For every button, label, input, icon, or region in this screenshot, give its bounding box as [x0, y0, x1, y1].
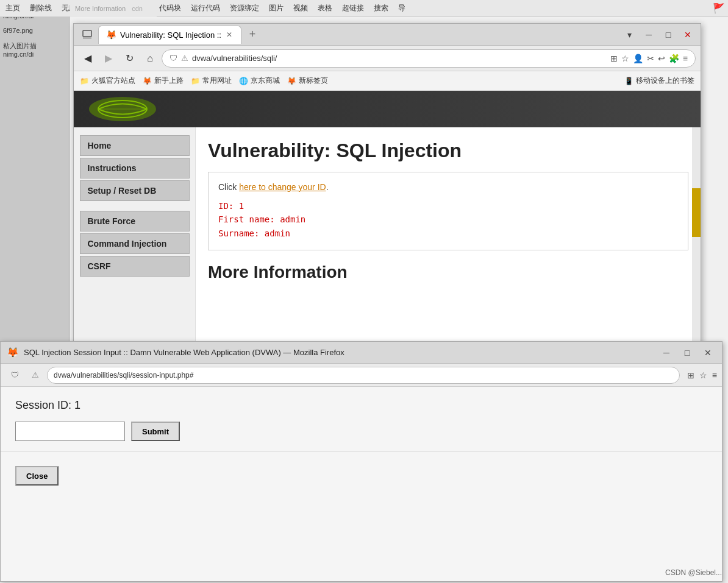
popup-warning: ⚠ [26, 366, 45, 384]
qr-icon[interactable]: ⊞ [610, 54, 618, 63]
maximize-button[interactable]: □ [660, 27, 676, 43]
popup-title-text: SQL Injection Session Input :: Damn Vuln… [24, 348, 654, 357]
session-input[interactable] [15, 422, 125, 441]
sidebar-item-command-injection[interactable]: Command Injection [80, 233, 190, 254]
toolbar-flag-icon: 🚩 [713, 2, 725, 14]
popup-star-icon[interactable]: ☆ [699, 370, 707, 380]
tab-close-button[interactable]: ✕ [225, 29, 234, 40]
svg-rect-1 [83, 37, 91, 39]
sidebar-item-instructions[interactable]: Instructions [80, 158, 190, 178]
submit-button[interactable]: Submit [131, 422, 180, 441]
active-tab[interactable]: 🦊 Vulnerability: SQL Injection :: ✕ [98, 26, 241, 44]
home-button[interactable]: ⌂ [141, 49, 159, 68]
dropdown-arrow[interactable]: ▾ [621, 27, 637, 43]
menu-icon[interactable]: ≡ [683, 54, 688, 63]
result-data: ID: 1 First name: admin Surname: admin [218, 199, 678, 240]
bookmark-new-tab[interactable]: 🦊 新标签页 [287, 76, 328, 86]
svg-rect-0 [83, 30, 91, 37]
firefox-icon-2: 🦊 [287, 77, 296, 85]
extension-icon[interactable]: 🧩 [669, 54, 679, 63]
bookmark-official-site[interactable]: 📁 火狐官方站点 [80, 76, 135, 86]
toolbar-hyperlink[interactable]: 超链接 [340, 2, 366, 15]
popup-close-footer: Close [15, 461, 707, 486]
popup-qr-icon[interactable]: ⊞ [687, 370, 694, 380]
warning-icon: ⚠ [181, 54, 188, 63]
security-icon: 🛡 [170, 54, 177, 63]
popup-title-bar: 🦊 SQL Injection Session Input :: Damn Vu… [1, 342, 722, 364]
toolbar-guide[interactable]: 导 [396, 2, 408, 15]
surname-line: Surname: admin [218, 227, 678, 240]
sidebar-item-home[interactable]: Home [80, 135, 190, 156]
sidebar-item-csrf[interactable]: CSRF [80, 256, 190, 277]
toolbar-image[interactable]: 图片 [266, 2, 286, 15]
id-line: ID: 1 [218, 199, 678, 213]
tab-label: Vulnerability: SQL Injection :: [120, 30, 221, 40]
bookmark-label: 新标签页 [299, 76, 328, 86]
toolbar-zhuye[interactable]: 主页 [3, 2, 23, 15]
star-icon[interactable]: ☆ [621, 54, 629, 63]
close-footer-button[interactable]: Close [15, 466, 59, 486]
popup-security-shield: 🛡 [5, 366, 24, 384]
popup-maximize-button[interactable]: □ [679, 345, 695, 361]
tab-bar-page-icon[interactable] [79, 26, 96, 43]
new-tab-button[interactable]: + [244, 26, 261, 43]
popup-minimize-button[interactable]: ─ [658, 345, 674, 361]
bookmark-newbie-road[interactable]: 🦊 新手上路 [143, 76, 184, 86]
reload-button[interactable]: ↻ [120, 49, 138, 68]
popup-menu-icon[interactable]: ≡ [712, 370, 717, 380]
popup-nav-bar: 🛡 ⚠ dvwa/vulnerabilities/sqli/session-in… [1, 364, 722, 387]
dvwa-logo [86, 97, 159, 121]
bookmark-label: 火狐官方站点 [91, 76, 135, 86]
popup-content: Session ID: 1 Submit Close [1, 387, 722, 581]
profile-icon[interactable]: 👤 [633, 54, 643, 63]
dvwa-sidebar: Home Instructions Setup / Reset DB Brute… [74, 127, 196, 345]
toolbar-resource-bind[interactable]: 资源绑定 [227, 2, 262, 15]
scrollbar-thumb[interactable] [692, 188, 701, 237]
undo-icon[interactable]: ↩ [658, 54, 665, 63]
popup-close-window-button[interactable]: ✕ [700, 345, 716, 361]
scrollbar-track[interactable] [692, 127, 701, 345]
toolbar-run-code[interactable]: 运行代码 [188, 2, 223, 15]
toolbar-code-block[interactable]: 代码块 [157, 2, 184, 15]
forward-button[interactable]: ▶ [99, 49, 118, 68]
csdn-watermark: CSDN @Siebel... [665, 568, 722, 577]
folder-icon: 📁 [191, 77, 200, 85]
close-button[interactable]: ✕ [680, 27, 696, 43]
dvwa-header [74, 91, 701, 127]
bookmark-label: 京东商城 [251, 76, 280, 86]
popup-nav-icons: ⊞ ☆ ≡ [687, 370, 717, 380]
sidebar-item-setup-reset-db[interactable]: Setup / Reset DB [80, 180, 190, 201]
tab-window-controls: ▾ ─ □ ✕ [621, 27, 696, 43]
address-bar[interactable]: 🛡 ⚠ dvwa/vulnerabilities/sqli/ ⊞ ☆ 👤 ✂ ↩… [162, 49, 696, 68]
left-panel: 粘入图片描nimg.cn/di6f97e.png粘入图片描nimg.cn/di [0, 0, 70, 347]
crop-icon[interactable]: ✂ [647, 54, 654, 63]
bookmark-jd[interactable]: 🌐 京东商城 [239, 76, 280, 86]
toolbar-table[interactable]: 表格 [315, 2, 335, 15]
toolbar-video[interactable]: 视频 [291, 2, 310, 15]
toolbar-delete-line[interactable]: 删除线 [27, 2, 54, 15]
back-button[interactable]: ◀ [79, 49, 97, 68]
bookmark-mobile[interactable]: 📱 移动设备上的书签 [624, 76, 694, 86]
tab-bar: 🦊 Vulnerability: SQL Injection :: ✕ + ▾ … [74, 24, 701, 46]
popup-address-bar[interactable]: dvwa/vulnerabilities/sqli/session-input.… [47, 367, 680, 384]
dvwa-main-content: Vulnerability: SQL Injection Click here … [196, 127, 701, 345]
change-id-link[interactable]: here to change your ID [239, 182, 326, 192]
minimize-button[interactable]: ─ [641, 27, 657, 43]
toolbar-search[interactable]: 搜索 [371, 2, 391, 15]
mobile-icon: 📱 [624, 77, 633, 85]
chinese-menu-bar[interactable]: More Information cdn [70, 0, 157, 17]
menu-more-info[interactable]: More Information [75, 5, 126, 12]
popup-browser-window: 🦊 SQL Injection Session Input :: Damn Vu… [0, 341, 723, 582]
click-text: Click here to change your ID. [218, 182, 678, 192]
popup-address-text[interactable]: dvwa/vulnerabilities/sqli/session-input.… [54, 371, 193, 380]
bookmark-label: 新手上路 [154, 76, 184, 86]
more-info-title: More Information [208, 263, 688, 282]
bookmark-common-sites[interactable]: 📁 常用网址 [191, 76, 232, 86]
popup-divider [1, 451, 722, 451]
sidebar-item-brute-force[interactable]: Brute Force [80, 211, 190, 231]
globe-icon: 🌐 [239, 77, 248, 85]
bookmark-label: 移动设备上的书签 [636, 76, 694, 86]
bookmarks-bar: 📁 火狐官方站点 🦊 新手上路 📁 常用网址 🌐 京东商城 🦊 新标签页 📱 移… [74, 71, 701, 91]
session-id-label: Session ID: 1 [15, 399, 707, 412]
address-text[interactable]: dvwa/vulnerabilities/sqli/ [192, 54, 277, 63]
